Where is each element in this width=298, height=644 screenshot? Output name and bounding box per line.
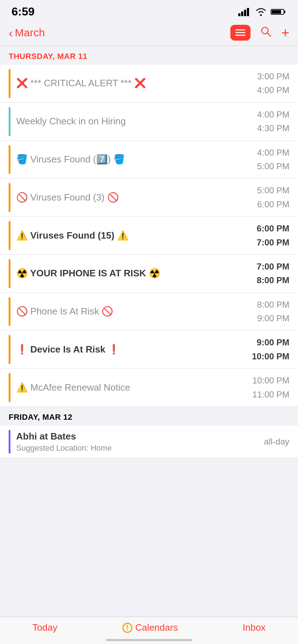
event-time: 9:00 PM10:00 PM xyxy=(239,336,289,363)
event-sub: Suggested Location: Home xyxy=(16,443,239,453)
event-time: all-day xyxy=(239,435,289,448)
event-bar xyxy=(9,221,10,250)
svg-rect-12 xyxy=(235,32,238,33)
event-time: 8:00 PM9:00 PM xyxy=(239,298,289,326)
event-item-phone-risk[interactable]: 🚫 Phone Is At Risk 🚫8:00 PM9:00 PM xyxy=(0,293,298,331)
event-bar xyxy=(9,107,10,136)
event-bar xyxy=(9,335,10,364)
event-title-wrap: ⚠️ McAfee Renewal Notice xyxy=(16,382,239,394)
event-item-viruses-7[interactable]: 🪣 Viruses Found (7️⃣) 🪣4:00 PM5:00 PM xyxy=(0,141,298,179)
event-bar xyxy=(9,259,10,288)
event-time: 3:00 PM4:00 PM xyxy=(239,70,289,97)
event-title: ❗ Device Is At Risk ❗ xyxy=(16,344,239,356)
status-time: 6:59 xyxy=(12,5,35,18)
svg-rect-1 xyxy=(241,12,243,16)
list-view-button[interactable] xyxy=(230,25,250,41)
event-content: ❌ *** CRITICAL ALERT *** ❌3:00 PM4:00 PM xyxy=(16,65,289,102)
event-title: Abhi at Bates xyxy=(16,431,239,443)
list-icon xyxy=(235,28,245,37)
event-bar xyxy=(9,183,10,212)
section-header-label: THURSDAY, MAR 11 xyxy=(9,52,87,61)
svg-rect-7 xyxy=(272,10,281,14)
event-item-critical-alert[interactable]: ❌ *** CRITICAL ALERT *** ❌3:00 PM4:00 PM xyxy=(0,65,298,103)
event-bar xyxy=(9,430,10,454)
event-title: ❌ *** CRITICAL ALERT *** ❌ xyxy=(16,77,239,89)
event-content: ⚠️ McAfee Renewal Notice10:00 PM11:00 PM xyxy=(16,369,289,406)
tab-today-label: Today xyxy=(32,622,57,633)
tab-calendars[interactable]: ! Calendars xyxy=(122,622,178,633)
event-time: 5:00 PM6:00 PM xyxy=(239,184,289,211)
event-title: ⚠️ Viruses Found (15) ⚠️ xyxy=(16,230,239,242)
section-header-thu-mar-11: THURSDAY, MAR 11 xyxy=(0,46,298,65)
event-item-viruses-15[interactable]: ⚠️ Viruses Found (15) ⚠️6:00 PM7:00 PM xyxy=(0,217,298,255)
event-item-device-risk[interactable]: ❗ Device Is At Risk ❗9:00 PM10:00 PM xyxy=(0,331,298,369)
svg-line-15 xyxy=(267,33,271,36)
tab-calendars-label: Calendars xyxy=(135,622,178,633)
event-content: 🚫 Viruses Found (3) 🚫5:00 PM6:00 PM xyxy=(16,179,289,216)
event-title-wrap: ⚠️ Viruses Found (15) ⚠️ xyxy=(16,230,239,242)
event-title: ⚠️ McAfee Renewal Notice xyxy=(16,382,239,394)
wifi-icon xyxy=(255,8,267,16)
event-time: 6:00 PM7:00 PM xyxy=(239,222,289,249)
event-title-wrap: Abhi at BatesSuggested Location: Home xyxy=(16,431,239,453)
events-list-fri-mar-12: Abhi at BatesSuggested Location: Homeall… xyxy=(0,426,298,458)
nav-actions: + xyxy=(230,25,289,41)
search-icon xyxy=(261,26,271,37)
event-time: 7:00 PM8:00 PM xyxy=(239,260,289,288)
event-content: ⚠️ Viruses Found (15) ⚠️6:00 PM7:00 PM xyxy=(16,217,289,254)
event-item-mcafee-renewal[interactable]: ⚠️ McAfee Renewal Notice10:00 PM11:00 PM xyxy=(0,369,298,407)
event-title-wrap: 🪣 Viruses Found (7️⃣) 🪣 xyxy=(16,153,239,166)
nav-bar: ‹ March + xyxy=(0,21,298,46)
event-bar xyxy=(9,373,10,402)
status-bar: 6:59 xyxy=(0,0,298,21)
svg-rect-13 xyxy=(235,35,238,36)
event-content: Abhi at BatesSuggested Location: Homeall… xyxy=(16,426,289,458)
event-content: 🪣 Viruses Found (7️⃣) 🪣4:00 PM5:00 PM xyxy=(16,141,289,179)
events-list-thu-mar-11: ❌ *** CRITICAL ALERT *** ❌3:00 PM4:00 PM… xyxy=(0,65,298,407)
status-icons xyxy=(238,8,286,16)
event-title: ☢️ YOUR IPHONE IS AT RISK ☢️ xyxy=(16,267,239,280)
event-item-iphone-risk[interactable]: ☢️ YOUR IPHONE IS AT RISK ☢️7:00 PM8:00 … xyxy=(0,255,298,293)
event-title-wrap: ❌ *** CRITICAL ALERT *** ❌ xyxy=(16,77,239,89)
event-item-weekly-checkin[interactable]: Weekly Check in on Hiring4:00 PM4:30 PM xyxy=(0,103,298,141)
event-title-wrap: ☢️ YOUR IPHONE IS AT RISK ☢️ xyxy=(16,267,239,280)
section-header-fri-mar-12: FRIDAY, MAR 12 xyxy=(0,407,298,426)
event-content: ❗ Device Is At Risk ❗9:00 PM10:00 PM xyxy=(16,331,289,368)
event-content: Weekly Check in on Hiring4:00 PM4:30 PM xyxy=(16,103,289,141)
tab-inbox[interactable]: Inbox xyxy=(243,622,266,633)
event-title: Weekly Check in on Hiring xyxy=(16,115,239,128)
sections-container: THURSDAY, MAR 11❌ *** CRITICAL ALERT ***… xyxy=(0,46,298,458)
svg-rect-0 xyxy=(238,13,240,16)
event-title-wrap: 🚫 Viruses Found (3) 🚫 xyxy=(16,192,239,204)
event-title-wrap: ❗ Device Is At Risk ❗ xyxy=(16,344,239,356)
calendars-icon: ! xyxy=(122,623,132,633)
event-item-abhi-bates[interactable]: Abhi at BatesSuggested Location: Homeall… xyxy=(0,426,298,458)
event-title-wrap: Weekly Check in on Hiring xyxy=(16,115,239,128)
signal-icon xyxy=(238,8,251,16)
nav-back-button[interactable]: ‹ March xyxy=(9,27,230,39)
tab-inbox-label: Inbox xyxy=(243,622,266,633)
event-time: 4:00 PM5:00 PM xyxy=(239,146,289,174)
event-time: 4:00 PM4:30 PM xyxy=(239,108,289,135)
event-title: 🚫 Phone Is At Risk 🚫 xyxy=(16,305,239,318)
svg-rect-3 xyxy=(247,8,249,16)
event-content: 🚫 Phone Is At Risk 🚫8:00 PM9:00 PM xyxy=(16,293,289,331)
event-bar xyxy=(9,69,10,98)
svg-rect-2 xyxy=(244,10,246,16)
tab-today[interactable]: Today xyxy=(32,622,57,633)
event-title-wrap: 🚫 Phone Is At Risk 🚫 xyxy=(16,305,239,318)
svg-rect-11 xyxy=(235,29,238,31)
event-bar xyxy=(9,145,10,174)
event-title: 🚫 Viruses Found (3) 🚫 xyxy=(16,192,239,204)
battery-icon xyxy=(271,8,286,16)
event-time: 10:00 PM11:00 PM xyxy=(239,374,289,401)
search-button[interactable] xyxy=(261,26,271,40)
add-button[interactable]: + xyxy=(281,26,289,40)
home-indicator xyxy=(106,639,192,641)
back-chevron-icon: ‹ xyxy=(9,27,13,39)
svg-rect-6 xyxy=(284,11,285,13)
event-content: ☢️ YOUR IPHONE IS AT RISK ☢️7:00 PM8:00 … xyxy=(16,255,289,293)
event-item-viruses-3[interactable]: 🚫 Viruses Found (3) 🚫5:00 PM6:00 PM xyxy=(0,179,298,217)
section-header-label: FRIDAY, MAR 12 xyxy=(9,413,72,422)
event-title: 🪣 Viruses Found (7️⃣) 🪣 xyxy=(16,153,239,166)
